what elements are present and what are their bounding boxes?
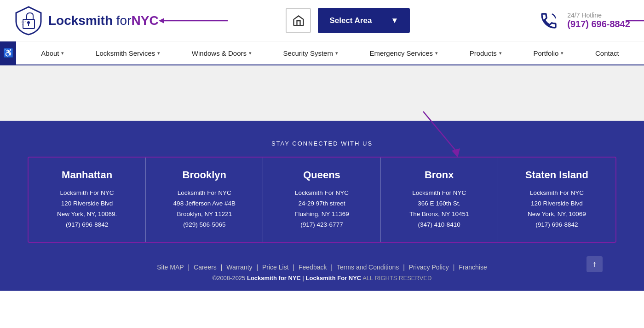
hotline-label: 24/7 Hotline xyxy=(567,12,630,19)
logo-section: Locksmith forNYC xyxy=(14,6,159,35)
location-bronx: Bronx Locksmith For NYC 366 E 160th St. … xyxy=(381,158,498,242)
phone-info: 24/7 Hotline (917) 696-8842 xyxy=(567,12,630,29)
location-details: Locksmith For NYC 24-29 97th street Flus… xyxy=(272,188,371,230)
chevron-down-icon: ▾ xyxy=(561,50,564,56)
locations-grid: Manhattan Locksmith For NYC 120 Riversid… xyxy=(28,157,616,243)
header-center: Select Area ▼ xyxy=(286,8,410,33)
chevron-down-icon: ▾ xyxy=(335,50,338,56)
footer-link-sitemap[interactable]: Site MAP xyxy=(157,264,184,271)
location-staten-island: Staten Island Locksmith For NYC 120 Rive… xyxy=(498,158,615,242)
stay-connected-text: STAY CONNECTED WITH US xyxy=(271,140,373,147)
logo-text: Locksmith forNYC xyxy=(48,13,159,28)
location-city: Queens xyxy=(272,169,371,181)
footer-link-careers[interactable]: Careers xyxy=(194,264,217,271)
nav-item-portfolio[interactable]: Portfolio ▾ xyxy=(529,42,567,64)
logo[interactable]: Locksmith forNYC xyxy=(14,6,159,35)
location-city: Staten Island xyxy=(507,169,606,181)
site-header: Locksmith forNYC Select Area ▼ xyxy=(0,0,644,41)
footer-link-pricelist[interactable]: Price List xyxy=(262,264,289,271)
nav-item-emergency-services[interactable]: Emergency Services ▾ xyxy=(366,42,442,64)
nav-item-products[interactable]: Products ▾ xyxy=(466,42,506,64)
location-details: Locksmith For NYC 366 E 160th St. The Br… xyxy=(390,188,489,230)
phone-icon-wrap xyxy=(537,9,560,32)
footer-link-privacy[interactable]: Privacy Policy xyxy=(409,264,449,271)
location-manhattan: Manhattan Locksmith For NYC 120 Riversid… xyxy=(29,158,146,242)
footer-bottom: Site MAP | Careers | Warranty | Price Li… xyxy=(28,257,616,281)
phone-icon xyxy=(540,12,558,30)
chevron-down-icon: ▾ xyxy=(435,50,438,56)
chevron-down-icon: ▾ xyxy=(61,50,64,56)
scroll-to-top-button[interactable]: ↑ xyxy=(586,256,603,272)
nav-item-security-system[interactable]: Security System ▾ xyxy=(280,42,342,64)
select-area-button[interactable]: Select Area ▼ xyxy=(318,8,410,33)
hotline-number[interactable]: (917) 696-8842 xyxy=(567,19,630,29)
svg-point-1 xyxy=(27,21,30,24)
nav-item-locksmith-services[interactable]: Locksmith Services ▾ xyxy=(92,42,164,64)
chevron-down-icon: ▼ xyxy=(391,16,399,25)
main-content xyxy=(0,65,644,121)
phone-arrow xyxy=(626,14,644,28)
location-city: Bronx xyxy=(390,169,489,181)
chevron-down-icon: ▾ xyxy=(157,50,160,56)
location-queens: Queens Locksmith For NYC 24-29 97th stre… xyxy=(263,158,380,242)
svg-line-8 xyxy=(423,111,458,153)
nav-menu: About ▾ Locksmith Services ▾ Windows & D… xyxy=(16,42,644,64)
location-city: Brooklyn xyxy=(155,169,253,181)
footer-link-warranty[interactable]: Warranty xyxy=(226,264,252,271)
footer-links: Site MAP | Careers | Warranty | Price Li… xyxy=(28,264,616,271)
location-details: Locksmith For NYC 120 Riverside Blvd New… xyxy=(507,188,606,230)
nav-item-windows-doors[interactable]: Windows & Doors ▾ xyxy=(188,42,255,64)
chevron-down-icon: ▾ xyxy=(499,50,502,56)
svg-marker-5 xyxy=(159,18,164,23)
location-details: Locksmith For NYC 498 Jefferson Ave #4B … xyxy=(155,188,253,230)
accessibility-icon: ♿ xyxy=(3,48,13,58)
footer-link-franchise[interactable]: Franchise xyxy=(459,264,487,271)
nav-item-about[interactable]: About ▾ xyxy=(37,42,68,64)
arrow-up-icon: ↑ xyxy=(592,259,597,269)
footer-link-terms[interactable]: Terms and Conditions xyxy=(337,264,399,271)
accessibility-button[interactable]: ♿ xyxy=(0,41,16,64)
location-brooklyn: Brooklyn Locksmith For NYC 498 Jefferson… xyxy=(146,158,263,242)
chevron-down-icon: ▾ xyxy=(249,50,252,56)
nav-item-contact[interactable]: Contact xyxy=(592,42,623,64)
main-nav: ♿ About ▾ Locksmith Services ▾ Windows &… xyxy=(0,41,644,65)
select-area-label: Select Area xyxy=(329,16,372,25)
logo-icon xyxy=(14,6,44,35)
logo-arrow xyxy=(159,14,232,28)
svg-marker-9 xyxy=(452,148,460,158)
footer-link-feedback[interactable]: Feedback xyxy=(299,264,327,271)
site-footer: STAY CONNECTED WITH US Manhattan Locksmi… xyxy=(0,121,644,291)
footer-copyright: ©2008-2025 Locksmith for NYC | Locksmith… xyxy=(28,275,616,281)
header-right: 24/7 Hotline (917) 696-8842 xyxy=(537,9,630,32)
home-button[interactable] xyxy=(286,8,311,33)
stay-connected-arrow xyxy=(414,102,469,162)
location-details: Locksmith For NYC 120 Riverside Blvd New… xyxy=(38,188,136,230)
location-city: Manhattan xyxy=(38,169,136,181)
